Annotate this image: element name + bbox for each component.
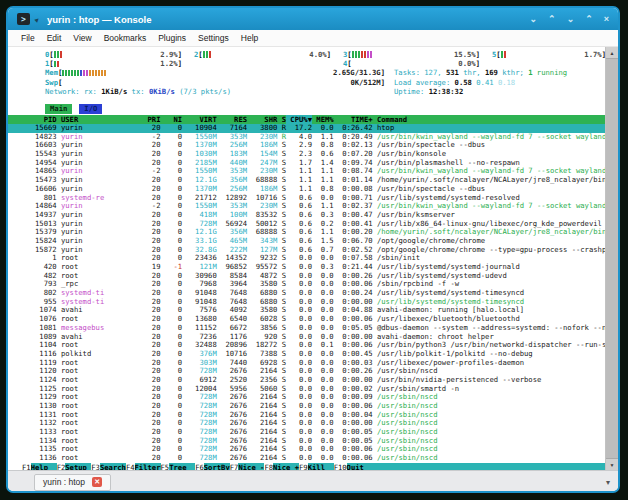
process-row[interactable]: 14954 yurin 20 0 2185M 440M 247M S 1.7 1… [8, 159, 605, 168]
fkey-f1[interactable]: F1 [22, 463, 31, 470]
process-row[interactable]: 1076 root 20 0 13680 6540 6028 S 0.0 0.0… [8, 315, 605, 324]
header-res[interactable]: RES [217, 115, 247, 124]
fkey-f6-label[interactable]: SortBy [204, 463, 230, 470]
fkey-f9-label[interactable]: Kill [308, 463, 334, 470]
fkey-f2[interactable]: F2 [57, 463, 66, 470]
menu-item-bookmarks[interactable]: Bookmarks [98, 33, 153, 43]
process-row[interactable]: 1074 avahi 20 0 7576 4092 3580 S 0.0 0.0… [8, 306, 605, 315]
process-row[interactable]: 16603 yurin 20 0 1370M 256M 186M S 2.9 0… [8, 141, 605, 150]
menu-item-plugins[interactable]: Plugins [152, 33, 192, 43]
fkey-f8[interactable]: F8 [264, 463, 273, 470]
cell-time: 0:04.88 [334, 306, 373, 314]
fkey-f6[interactable]: F6 [195, 463, 204, 470]
process-row[interactable]: 1132 root 20 0 728M 2676 2164 S 0.0 0.0 … [8, 419, 605, 428]
process-row[interactable]: 15669 yurin 20 0 10904 7164 3800 R 17.2 … [8, 124, 605, 133]
keep-below-button[interactable]: ⌄ [530, 15, 538, 24]
tab-close-icon[interactable]: ✕ [92, 477, 102, 487]
process-row[interactable]: 1124 root 20 0 6912 2520 2356 S 0.0 0.0 … [8, 376, 605, 385]
process-row[interactable]: 14937 yurin 20 0 418M 100M 83532 S 0.6 0… [8, 211, 605, 220]
fkey-f5-label[interactable]: Tree [169, 463, 195, 470]
process-row[interactable]: 1133 root 20 0 728M 2676 2164 S 0.0 0.0 … [8, 428, 605, 437]
header-mem[interactable]: MEM% [312, 115, 334, 124]
menu-item-view[interactable]: View [67, 33, 97, 43]
process-row[interactable]: 1120 root 20 0 728M 2676 2164 S 0.0 0.0 … [8, 367, 605, 376]
process-row[interactable]: 1116 polkitd 20 0 376M 10716 7388 S 0.0 … [8, 350, 605, 359]
header-ni[interactable]: NI [161, 115, 183, 124]
fkey-f9[interactable]: F9 [299, 463, 308, 470]
close-button[interactable]: × [604, 15, 609, 24]
process-row[interactable]: 955 systemd-ti 20 0 91048 7648 6880 S 0.… [8, 298, 605, 307]
header-pri[interactable]: PRI [104, 115, 160, 124]
process-row[interactable]: 15379 yurin 20 0 12.1G 356M 68888 S 0.6 … [8, 228, 605, 237]
process-row[interactable]: 1130 root 20 0 728M 2676 2164 S 0.0 0.0 … [8, 402, 605, 411]
scrollbar[interactable]: ▲ ▼ [605, 47, 618, 470]
fkey-f7-label[interactable]: Nice - [238, 463, 264, 470]
htop-tab-io[interactable]: I/O [79, 104, 102, 114]
fkey-f3-label[interactable]: Search [100, 463, 126, 470]
fkey-f3[interactable]: F3 [91, 463, 100, 470]
konsole-tab-active[interactable]: yurin : htop ✕ [34, 474, 111, 491]
process-row[interactable]: 1119 root 20 0 303M 7440 6928 S 0.0 0.0 … [8, 359, 605, 368]
process-row[interactable]: 1136 root 20 0 728M 2676 2164 S 0.0 0.0 … [8, 454, 605, 463]
keep-above-button[interactable]: ⌃ [548, 15, 556, 24]
maximize-button[interactable]: ⌃ [585, 15, 593, 24]
process-row[interactable]: 14823 yurin -2 0 1550M 353M 230M R 4.0 1… [8, 133, 605, 142]
process-row[interactable]: 1104 root 20 0 32488 20896 18272 S 0.0 0… [8, 341, 605, 350]
menu-item-settings[interactable]: Settings [192, 33, 235, 43]
fkey-f4[interactable]: F4 [126, 463, 135, 470]
htop-tab-main[interactable]: Main [45, 104, 72, 114]
minimize-button[interactable]: ⌄ [567, 15, 575, 24]
process-row[interactable]: 1135 root 20 0 728M 2676 2164 S 0.0 0.0 … [8, 445, 605, 454]
process-row[interactable]: 15473 yurin 20 0 12.1G 356M 68888 S 1.1 … [8, 176, 605, 185]
table-header[interactable]: PID USER PRI NI VIRT RES SHR S CPU%▼ MEM… [8, 115, 605, 124]
process-row[interactable]: 14864 yurin -2 0 1550M 353M 230M S 0.6 1… [8, 202, 605, 211]
fkey-f8-label[interactable]: Nice + [273, 463, 299, 470]
process-row[interactable]: 15872 yurin 20 0 32.8G 222M 127M S 0.6 0… [8, 246, 605, 255]
process-row[interactable]: 1081 messagebus 20 0 11152 6672 3856 S 0… [8, 324, 605, 333]
fkey-f4-label[interactable]: Filter [135, 463, 161, 470]
cell-mem: 1.1 [312, 202, 334, 210]
menu-item-help[interactable]: Help [235, 33, 264, 43]
fkey-f2-label[interactable]: Setup [65, 463, 91, 470]
menu-item-file[interactable]: File [15, 33, 41, 43]
menu-bar: FileEditViewBookmarksPluginsSettingsHelp [8, 30, 618, 47]
header-virt[interactable]: VIRT [182, 115, 217, 124]
process-row[interactable]: 482 root 20 0 30960 8584 4872 S 0.0 0.0 … [8, 272, 605, 281]
cell-res: 2676 [217, 393, 247, 401]
process-row[interactable]: 420 root 19 -1 121M 96852 95572 S 0.0 0.… [8, 263, 605, 272]
fkey-f10[interactable]: F10 [334, 463, 347, 470]
process-row[interactable]: 802 systemd-ti 20 0 91048 7648 6880 S 0.… [8, 289, 605, 298]
process-row[interactable]: 1 root 20 0 23436 14352 9232 S 0.0 0.0 0… [8, 254, 605, 263]
process-row[interactable]: 15013 yurin 20 0 728M 56924 50012 S 0.6 … [8, 220, 605, 229]
cell-command: /usr/bin/konsole [373, 150, 447, 158]
header-cpu[interactable]: CPU%▼ [286, 115, 312, 124]
scroll-up-icon[interactable]: ▲ [606, 47, 618, 58]
cell-ni: 0 [161, 437, 183, 445]
header-time[interactable]: TIME+ [334, 115, 373, 124]
header-pid[interactable]: PID [22, 115, 57, 124]
fkey-f7[interactable]: F7 [230, 463, 239, 470]
process-row[interactable]: 14865 yurin -2 0 1550M 353M 230M S 1.1 1… [8, 167, 605, 176]
fkey-f10-label[interactable]: Quit [347, 463, 373, 470]
scroll-down-icon[interactable]: ▼ [606, 459, 618, 470]
header-shr[interactable]: SHR [247, 115, 277, 124]
process-row[interactable]: 1125 root 20 0 12004 5956 5060 S 0.0 0.0… [8, 385, 605, 394]
process-row[interactable]: 15824 yurin 20 0 33.1G 465M 343M S 0.6 1… [8, 237, 605, 246]
header-user[interactable]: USER [57, 115, 105, 124]
process-row[interactable]: 1129 root 20 0 728M 2676 2164 S 0.0 0.0 … [8, 393, 605, 402]
process-row[interactable]: 1089 avahi 20 0 7236 1176 920 S 0.0 0.0 … [8, 333, 605, 342]
process-row[interactable]: 793 _rpc 20 0 7968 3964 3580 S 0.0 0.0 0… [8, 280, 605, 289]
tabbar-overflow-icon[interactable]: ▾ [606, 478, 610, 487]
header-command[interactable]: Command [373, 115, 408, 124]
fkey-f1-label[interactable]: Help [31, 463, 57, 470]
header-state[interactable]: S [277, 115, 286, 124]
scrollbar-thumb[interactable] [606, 58, 618, 459]
process-row[interactable]: 15543 yurin 20 0 1030M 183M 154M S 2.3 0… [8, 150, 605, 159]
process-row[interactable]: 1131 root 20 0 728M 2676 2164 S 0.0 0.0 … [8, 411, 605, 420]
process-row[interactable]: 1134 root 20 0 728M 2676 2164 S 0.0 0.0 … [8, 437, 605, 446]
process-row[interactable]: 16606 yurin 20 0 1370M 256M 186M S 1.1 0… [8, 185, 605, 194]
fkey-f5[interactable]: F5 [161, 463, 170, 470]
menu-item-edit[interactable]: Edit [41, 33, 68, 43]
process-row[interactable]: 801 systemd-re 20 0 21712 12892 10716 S … [8, 194, 605, 203]
cell-state: S [277, 419, 286, 427]
